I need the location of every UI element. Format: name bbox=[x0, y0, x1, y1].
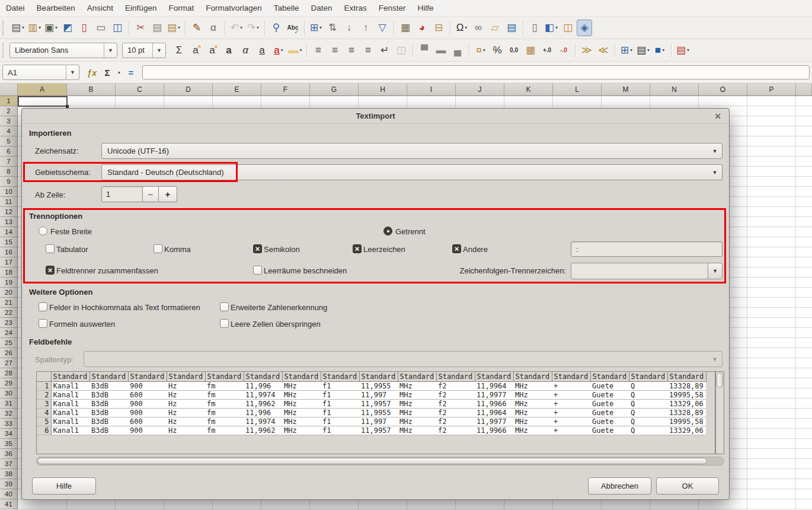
column-header-h[interactable]: H bbox=[359, 84, 407, 96]
merge-delimiters-checkbox[interactable] bbox=[46, 266, 55, 275]
scrollbar-thumb[interactable] bbox=[717, 372, 723, 388]
semicolon-label[interactable]: Semikolon bbox=[264, 245, 300, 254]
trim-spaces-checkbox[interactable] bbox=[253, 266, 262, 275]
paste-icon[interactable]: ▤▾ bbox=[166, 20, 181, 36]
row-header-24[interactable]: 24 bbox=[0, 328, 18, 338]
row-header-28[interactable]: 28 bbox=[0, 368, 18, 378]
preview-column-header-9[interactable]: Standard bbox=[359, 372, 398, 381]
decrease-font-size-icon[interactable]: a˅ bbox=[204, 42, 220, 59]
row-header-22[interactable]: 22 bbox=[0, 308, 18, 318]
cut-icon[interactable]: ✂ bbox=[133, 20, 148, 36]
other-checkbox[interactable] bbox=[452, 244, 461, 253]
font-name-combobox[interactable]: Liberation Sans ▼ bbox=[9, 43, 117, 58]
menu-item-extras[interactable]: Extras bbox=[338, 0, 373, 17]
chevron-down-icon[interactable]: ▼ bbox=[708, 170, 722, 176]
row-header-38[interactable]: 38 bbox=[0, 469, 18, 479]
insert-chart-icon[interactable]: ◕ bbox=[414, 20, 430, 36]
menu-item-ansicht[interactable]: Ansicht bbox=[81, 0, 119, 17]
font-size-combobox[interactable]: 10 pt ▼ bbox=[122, 43, 166, 58]
preview-column-header-4[interactable]: Standard bbox=[167, 372, 205, 381]
column-header-j[interactable]: J bbox=[456, 84, 504, 96]
row-header-27[interactable]: 27 bbox=[0, 358, 18, 368]
preview-column-header-12[interactable]: Standard bbox=[475, 372, 513, 381]
comma-label[interactable]: Komma bbox=[164, 245, 191, 254]
locale-combobox[interactable]: Standard - Deutsch (Deutschland) ▼ bbox=[101, 164, 723, 180]
underline-icon[interactable]: a bbox=[254, 42, 270, 59]
close-icon[interactable]: ✕ bbox=[712, 111, 723, 122]
add-decimal-place-icon[interactable]: +.0 bbox=[539, 42, 555, 59]
row-header-31[interactable]: 31 bbox=[0, 399, 18, 409]
increase-font-size-icon[interactable]: a˄ bbox=[188, 42, 203, 59]
align-right-icon[interactable]: ≡ bbox=[344, 42, 359, 59]
semicolon-checkbox[interactable] bbox=[253, 244, 262, 253]
evaluate-formulas-label[interactable]: Formeln auswerten bbox=[49, 320, 115, 329]
menu-item-datei[interactable]: Datei bbox=[0, 0, 31, 17]
menu-item-format[interactable]: Format bbox=[162, 0, 200, 17]
insert-comment-icon[interactable]: ▱ bbox=[487, 20, 503, 36]
detect-special-numbers-label[interactable]: Erweiterte Zahlenerkennung bbox=[231, 303, 327, 312]
dialog-titlebar[interactable]: Textimport ✕ bbox=[22, 109, 729, 124]
row-header-4[interactable]: 4 bbox=[0, 126, 18, 136]
tab-checkbox[interactable] bbox=[46, 244, 55, 253]
chevron-down-icon[interactable]: ▼ bbox=[152, 43, 165, 58]
separated-radio[interactable] bbox=[383, 227, 392, 235]
chevron-down-icon[interactable]: ▼ bbox=[708, 263, 722, 279]
preview-column-header-14[interactable]: Standard bbox=[552, 372, 590, 381]
column-header-n[interactable]: N bbox=[650, 84, 699, 96]
column-header-f[interactable]: F bbox=[261, 84, 310, 96]
row-header-36[interactable]: 36 bbox=[0, 449, 18, 459]
sort-descending-icon[interactable]: ↓ bbox=[341, 20, 357, 36]
chevron-down-icon[interactable]: ▾ bbox=[115, 65, 123, 80]
column-header-a[interactable]: A bbox=[18, 84, 67, 96]
detect-special-numbers-checkbox[interactable] bbox=[220, 302, 229, 311]
clone-formatting-icon[interactable]: ✎ bbox=[189, 20, 204, 36]
align-left-icon[interactable]: ≡ bbox=[311, 42, 326, 59]
fixed-width-radio[interactable] bbox=[39, 227, 47, 235]
toolbar-grip[interactable] bbox=[2, 43, 7, 58]
row-header-25[interactable]: 25 bbox=[0, 338, 18, 348]
select-all-corner[interactable] bbox=[0, 84, 18, 96]
delete-decimal-place-icon[interactable]: -.0 bbox=[556, 42, 571, 59]
preview-column-header-17[interactable]: Standard bbox=[667, 372, 706, 381]
pivot-table-icon[interactable]: ⊟ bbox=[431, 20, 446, 36]
spelling-icon[interactable]: Abc✓ bbox=[285, 20, 300, 36]
preview-horizontal-scrollbar[interactable] bbox=[36, 457, 724, 466]
menu-item-bearbeiten[interactable]: Bearbeiten bbox=[31, 0, 81, 17]
center-vertically-icon[interactable]: ▬ bbox=[433, 42, 449, 59]
row-header-33[interactable]: 33 bbox=[0, 419, 18, 429]
border-style-icon[interactable]: ▤▾ bbox=[635, 42, 651, 59]
wrap-text-icon[interactable]: ↵ bbox=[377, 42, 392, 59]
scrollbar-thumb[interactable] bbox=[37, 458, 707, 464]
function-wizard-icon[interactable]: ƒx bbox=[84, 65, 100, 80]
row-header-15[interactable]: 15 bbox=[0, 237, 18, 247]
autofilter-icon[interactable]: ▽ bbox=[375, 20, 390, 36]
preview-column-header-2[interactable]: Standard bbox=[89, 372, 128, 381]
preview-column-header-8[interactable]: Standard bbox=[321, 372, 359, 381]
menu-item-fenster[interactable]: Fenster bbox=[373, 0, 412, 17]
row-header-10[interactable]: 10 bbox=[0, 187, 18, 197]
row-header-34[interactable]: 34 bbox=[0, 429, 18, 439]
column-header-d[interactable]: D bbox=[164, 84, 213, 96]
save-icon[interactable]: ▣▾ bbox=[43, 20, 59, 36]
row-header-7[interactable]: 7 bbox=[0, 157, 18, 167]
equals-icon[interactable]: = bbox=[123, 65, 139, 80]
preview-column-header-15[interactable]: Standard bbox=[590, 372, 629, 381]
quoted-field-as-text-checkbox[interactable] bbox=[39, 302, 47, 311]
preview-column-header-10[interactable]: Standard bbox=[398, 372, 436, 381]
column-header-i[interactable]: I bbox=[407, 84, 456, 96]
column-header-b[interactable]: B bbox=[67, 84, 116, 96]
split-window-icon[interactable]: ◫ bbox=[560, 20, 576, 36]
other-label[interactable]: Andere bbox=[463, 245, 488, 254]
row-header-6[interactable]: 6 bbox=[0, 146, 18, 157]
column-header-e[interactable]: E bbox=[213, 84, 261, 96]
string-delimiter-combobox[interactable]: ▼ bbox=[571, 263, 723, 279]
row-header-19[interactable]: 19 bbox=[0, 278, 18, 288]
skip-empty-cells-label[interactable]: Leere Zellen überspringen bbox=[231, 320, 321, 329]
row-header-39[interactable]: 39 bbox=[0, 479, 18, 489]
toolbar-grip[interactable] bbox=[2, 21, 7, 35]
preview-column-header-1[interactable]: Standard bbox=[51, 372, 89, 381]
column-header-g[interactable]: G bbox=[310, 84, 359, 96]
row-header-16[interactable]: 16 bbox=[0, 247, 18, 257]
preview-column-header-16[interactable]: Standard bbox=[629, 372, 667, 381]
format-as-percent-icon[interactable]: % bbox=[490, 42, 505, 59]
